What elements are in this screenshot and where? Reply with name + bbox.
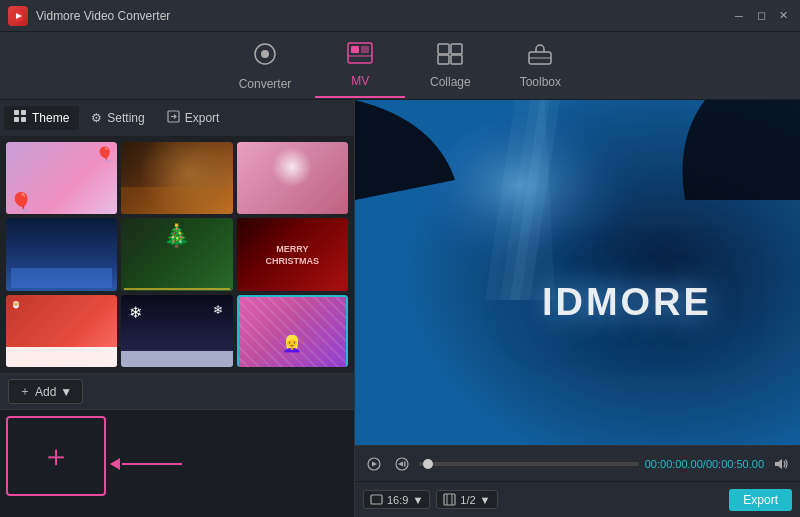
nav-label-toolbox: Toolbox	[520, 75, 561, 89]
page-chevron: ▼	[480, 494, 491, 506]
sub-nav-setting-label: Setting	[107, 111, 144, 125]
sub-nav-export-label: Export	[185, 111, 220, 125]
setting-icon: ⚙	[91, 111, 102, 125]
theme-thumb-snowy-night: ❄ ❄	[121, 295, 232, 367]
play-button[interactable]	[363, 453, 385, 475]
svg-marker-22	[372, 461, 377, 466]
media-area: ＋	[0, 409, 354, 517]
theme-thumb-santa-claus: 🎅	[6, 295, 117, 367]
theme-item-christmas-eve[interactable]: 🎄 Christmas Eve	[121, 218, 232, 290]
restore-button[interactable]: ◻	[752, 7, 770, 25]
nav-label-mv: MV	[351, 74, 369, 88]
svg-rect-11	[451, 55, 462, 64]
rewind-button[interactable]	[391, 453, 413, 475]
page-button[interactable]: 1/2 ▼	[436, 490, 497, 509]
sub-nav-export[interactable]: Export	[157, 106, 230, 130]
svg-rect-27	[444, 494, 455, 505]
add-label: Add	[35, 385, 56, 399]
title-bar-controls: ─ ◻ ✕	[730, 7, 792, 25]
svg-rect-9	[451, 44, 462, 54]
export-icon	[167, 110, 180, 126]
nav-item-toolbox[interactable]: Toolbox	[495, 35, 585, 97]
sub-nav-setting[interactable]: ⚙ Setting	[81, 107, 154, 129]
theme-thumb-merry-christmas: MERRYCHRISTMAS	[237, 218, 348, 290]
theme-item-simple[interactable]: Simple	[6, 218, 117, 290]
title-bar-left: Vidmore Video Converter	[8, 6, 170, 26]
app-title: Vidmore Video Converter	[36, 9, 170, 23]
svg-point-3	[261, 50, 269, 58]
theme-item-chic[interactable]: 🎈 🎈 Chic	[6, 142, 117, 214]
svg-rect-4	[348, 43, 372, 63]
theme-thumb-happy	[237, 142, 348, 214]
progress-bar[interactable]	[419, 462, 639, 466]
media-plus-icon: ＋	[41, 436, 71, 477]
export-button[interactable]: Export	[729, 489, 792, 511]
aspect-ratio-button[interactable]: 16:9 ▼	[363, 490, 430, 509]
right-panel: IDMORE 00:00:00.00/00:00:50.00 16:9	[355, 100, 800, 517]
nav-bar: Converter MV Collage Toolbox	[0, 32, 800, 100]
theme-thumb-christmas-eve: 🎄	[121, 218, 232, 290]
converter-icon	[252, 41, 278, 73]
nav-item-collage[interactable]: Collage	[405, 35, 495, 97]
collage-icon	[437, 43, 463, 71]
main-content: Theme ⚙ Setting Export 🎈 🎈	[0, 100, 800, 517]
nav-item-converter[interactable]: Converter	[215, 33, 316, 99]
sub-nav-theme[interactable]: Theme	[4, 106, 79, 130]
page-value: 1/2	[460, 494, 475, 506]
arrow-head	[110, 458, 120, 470]
svg-rect-17	[21, 117, 26, 122]
arrow-indicator	[110, 458, 182, 470]
nav-label-collage: Collage	[430, 75, 471, 89]
preview-area: IDMORE	[355, 100, 800, 445]
minimize-button[interactable]: ─	[730, 7, 748, 25]
theme-item-merry-christmas[interactable]: MERRYCHRISTMAS Merry Christmas	[237, 218, 348, 290]
progress-dot	[423, 459, 433, 469]
media-add-box[interactable]: ＋	[6, 416, 106, 496]
svg-rect-14	[14, 110, 19, 115]
theme-thumb-simple	[6, 218, 117, 290]
svg-rect-6	[361, 46, 369, 53]
svg-rect-26	[371, 495, 382, 504]
theme-item-happy[interactable]: Happy	[237, 142, 348, 214]
close-button[interactable]: ✕	[774, 7, 792, 25]
theme-thumb-chic: 🎈 🎈	[6, 142, 117, 214]
theme-item-snowy-night[interactable]: ❄ ❄ Snowy Night	[121, 295, 232, 367]
svg-rect-25	[404, 461, 406, 466]
arrow-line	[122, 463, 182, 465]
bottom-bar: ＋ Add ▼	[0, 373, 354, 409]
time-display: 00:00:00.00/00:00:50.00	[645, 458, 764, 470]
theme-grid: 🎈 🎈 Chic Neat	[0, 136, 354, 373]
toolbox-icon	[527, 43, 553, 71]
svg-marker-24	[398, 461, 403, 466]
mv-icon	[347, 42, 373, 70]
theme-thumb-stripes-waves: 👱‍♀️	[237, 295, 348, 367]
nav-label-converter: Converter	[239, 77, 292, 91]
preview-watermark: IDMORE	[542, 281, 712, 324]
svg-rect-16	[14, 117, 19, 122]
player-controls: 00:00:00.00/00:00:50.00	[355, 445, 800, 481]
svg-rect-10	[438, 55, 449, 64]
aspect-ratio-chevron: ▼	[412, 494, 423, 506]
theme-item-stripes-waves[interactable]: 👱‍♀️ Stripes & Waves	[237, 295, 348, 367]
svg-rect-8	[438, 44, 449, 54]
app-icon	[8, 6, 28, 26]
theme-thumb-neat	[121, 142, 232, 214]
sub-nav-theme-label: Theme	[32, 111, 69, 125]
theme-item-neat[interactable]: Neat	[121, 142, 232, 214]
title-bar: Vidmore Video Converter ─ ◻ ✕	[0, 0, 800, 32]
nav-item-mv[interactable]: MV	[315, 34, 405, 98]
bottom-controls: 16:9 ▼ 1/2 ▼ Export	[355, 481, 800, 517]
plus-icon: ＋	[19, 383, 31, 400]
theme-item-santa-claus[interactable]: 🎅 Santa Claus	[6, 295, 117, 367]
add-button[interactable]: ＋ Add ▼	[8, 379, 83, 404]
sub-nav: Theme ⚙ Setting Export	[0, 100, 354, 136]
volume-button[interactable]	[770, 453, 792, 475]
left-panel: Theme ⚙ Setting Export 🎈 🎈	[0, 100, 355, 517]
preview-background: IDMORE	[355, 100, 800, 445]
aspect-ratio-value: 16:9	[387, 494, 408, 506]
svg-rect-5	[351, 46, 359, 53]
theme-grid-icon	[14, 110, 27, 126]
add-dropdown-icon: ▼	[60, 385, 72, 399]
svg-rect-15	[21, 110, 26, 115]
